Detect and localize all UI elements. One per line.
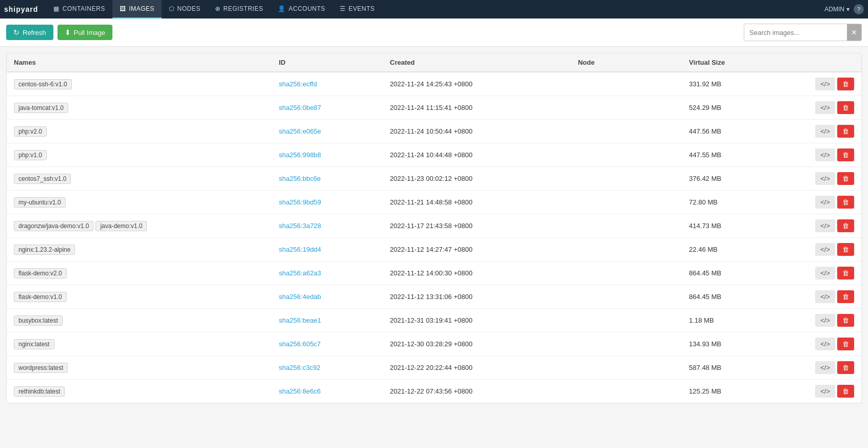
nav-events[interactable]: ☰ EVENTS — [333, 0, 382, 18]
nav-registries[interactable]: ⊕ REGISTRIES — [208, 0, 271, 18]
delete-button[interactable]: 🗑 — [837, 148, 854, 161]
delete-button[interactable]: 🗑 — [837, 243, 854, 256]
code-button[interactable]: </> — [815, 219, 835, 232]
cell-id: sha256:9bd59 — [272, 191, 382, 214]
cell-actions: </>🗑 — [793, 356, 861, 380]
image-id-link[interactable]: sha256:e065e — [279, 127, 321, 135]
nav-accounts[interactable]: 👤 ACCOUNTS — [271, 0, 333, 18]
code-icon: </> — [820, 175, 830, 182]
image-id-link[interactable]: sha256:0be87 — [279, 104, 321, 111]
image-id-link[interactable]: sha256:ecffd — [279, 80, 317, 88]
top-navigation: shipyard ▦ CONTAINERS 🖼 IMAGES ⬡ NODES ⊕… — [0, 0, 868, 18]
code-icon: </> — [820, 104, 830, 111]
code-button[interactable]: </> — [815, 385, 835, 398]
actions-group: </>🗑 — [800, 219, 854, 232]
images-icon: 🖼 — [120, 5, 126, 12]
cell-actions: </>🗑 — [793, 332, 861, 356]
actions-group: </>🗑 — [800, 125, 854, 138]
image-id-link[interactable]: sha256:9bd59 — [279, 198, 321, 206]
delete-button[interactable]: 🗑 — [837, 338, 854, 350]
delete-button[interactable]: 🗑 — [837, 172, 854, 185]
code-button[interactable]: </> — [815, 78, 835, 90]
code-button[interactable]: </> — [815, 267, 835, 279]
delete-button[interactable]: 🗑 — [837, 219, 854, 232]
image-name-tag[interactable]: java-demo:v1.0 — [95, 221, 147, 231]
cell-id: sha256:beae1 — [272, 309, 382, 332]
image-name-tag[interactable]: flask-demo:v2.0 — [14, 268, 67, 278]
image-name-tag[interactable]: nginx:latest — [14, 339, 54, 349]
trash-icon: 🗑 — [842, 293, 849, 301]
admin-menu[interactable]: ADMIN ▾ — [824, 6, 850, 13]
image-id-link[interactable]: sha256:998b8 — [279, 151, 321, 159]
refresh-button[interactable]: ↻ Refresh — [6, 25, 53, 40]
image-name-tag[interactable]: centos7_ssh:v1.0 — [14, 174, 71, 184]
code-button[interactable]: </> — [815, 196, 835, 209]
code-button[interactable]: </> — [815, 243, 835, 256]
delete-button[interactable]: 🗑 — [837, 125, 854, 138]
table-row: wordpress:latestsha256:c3c922021-12-22 2… — [7, 356, 861, 380]
image-id-link[interactable]: sha256:bbc6e — [279, 175, 321, 182]
image-name-tag[interactable]: java-tomcat:v1.0 — [14, 103, 68, 113]
trash-icon: 🗑 — [842, 340, 849, 348]
help-button[interactable]: ? — [854, 4, 864, 14]
image-id-link[interactable]: sha256:19dd4 — [279, 246, 321, 253]
cell-size: 447.55 MB — [682, 143, 793, 167]
brand-logo: shipyard — [4, 5, 38, 13]
table-row: centos-ssh-6:v1.0sha256:ecffd2022-11-24 … — [7, 72, 861, 96]
delete-button[interactable]: 🗑 — [837, 361, 854, 374]
nav-containers-label: CONTAINERS — [63, 5, 105, 12]
delete-button[interactable]: 🗑 — [837, 267, 854, 279]
code-button[interactable]: </> — [815, 148, 835, 161]
cell-actions: </>🗑 — [793, 72, 861, 96]
image-id-link[interactable]: sha256:a62a3 — [279, 269, 321, 277]
image-id-link[interactable]: sha256:605c7 — [279, 340, 321, 348]
delete-button[interactable]: 🗑 — [837, 314, 854, 327]
table-row: java-tomcat:v1.0sha256:0be872022-11-24 1… — [7, 96, 861, 120]
image-id-link[interactable]: sha256:3a728 — [279, 222, 321, 230]
delete-button[interactable]: 🗑 — [837, 101, 854, 114]
search-clear-button[interactable]: ✕ — [847, 24, 861, 41]
nav-nodes[interactable]: ⬡ NODES — [162, 0, 208, 18]
code-button[interactable]: </> — [815, 314, 835, 327]
image-name-tag[interactable]: wordpress:latest — [14, 363, 68, 373]
nav-containers[interactable]: ▦ CONTAINERS — [46, 0, 112, 18]
actions-group: </>🗑 — [800, 172, 854, 185]
actions-group: </>🗑 — [800, 361, 854, 374]
image-id-link[interactable]: sha256:4edab — [279, 293, 321, 301]
cell-size: 376.42 MB — [682, 167, 793, 191]
delete-button[interactable]: 🗑 — [837, 385, 854, 398]
image-name-tag[interactable]: nginx:1.23.2-alpine — [14, 245, 75, 255]
nav-images[interactable]: 🖼 IMAGES — [112, 0, 162, 18]
nav-events-label: EVENTS — [349, 5, 375, 12]
cell-names: dragonzw/java-demo:v1.0java-demo:v1.0 — [7, 214, 272, 238]
cell-actions: </>🗑 — [793, 285, 861, 309]
image-id-link[interactable]: sha256:beae1 — [279, 316, 321, 324]
image-name-tag[interactable]: rethinkdb:latest — [14, 386, 65, 397]
delete-button[interactable]: 🗑 — [837, 196, 854, 209]
image-id-link[interactable]: sha256:c3c92 — [279, 364, 320, 371]
code-button[interactable]: </> — [815, 361, 835, 374]
table-row: php:v2.0sha256:e065e2022-11-24 10:50:44 … — [7, 120, 861, 143]
code-icon: </> — [820, 246, 830, 253]
delete-button[interactable]: 🗑 — [837, 78, 854, 90]
image-name-tag[interactable]: busybox:latest — [14, 315, 63, 326]
search-input[interactable] — [744, 26, 847, 40]
image-name-tag[interactable]: dragonzw/java-demo:v1.0 — [14, 221, 93, 231]
image-name-tag[interactable]: php:v2.0 — [14, 126, 47, 137]
trash-icon: 🗑 — [842, 269, 849, 277]
code-button[interactable]: </> — [815, 338, 835, 350]
delete-button[interactable]: 🗑 — [837, 290, 854, 303]
image-name-tag[interactable]: centos-ssh-6:v1.0 — [14, 79, 72, 89]
cell-id: sha256:8e6c6 — [272, 380, 382, 403]
code-button[interactable]: </> — [815, 101, 835, 114]
cell-created: 2021-12-22 07:43:56 +0800 — [383, 380, 571, 403]
code-button[interactable]: </> — [815, 172, 835, 185]
image-name-tag[interactable]: flask-demo:v1.0 — [14, 292, 67, 302]
pull-image-button[interactable]: ⬇ Pull Image — [57, 25, 112, 40]
code-button[interactable]: </> — [815, 125, 835, 138]
image-id-link[interactable]: sha256:8e6c6 — [279, 387, 321, 395]
code-icon: </> — [820, 316, 830, 324]
code-button[interactable]: </> — [815, 290, 835, 303]
image-name-tag[interactable]: php:v1.0 — [14, 150, 47, 160]
image-name-tag[interactable]: my-ubuntu:v1.0 — [14, 197, 66, 208]
